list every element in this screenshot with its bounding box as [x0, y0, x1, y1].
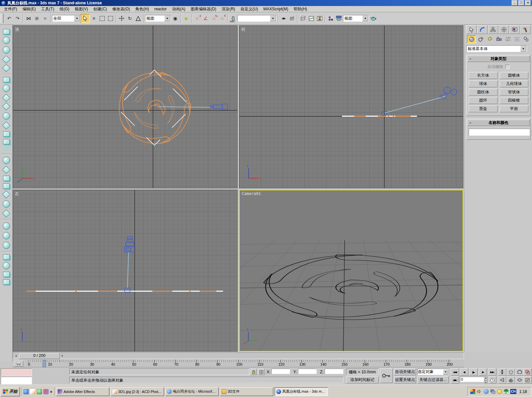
- viewport-left[interactable]: 左: [13, 190, 238, 352]
- rectangular-selection-region-button[interactable]: [98, 14, 106, 23]
- reference-coordinate-dropdown[interactable]: 视图 ▼: [145, 15, 171, 22]
- zoom-extents-all-button[interactable]: [523, 368, 532, 376]
- shelf-primitives-icon[interactable]: [3, 29, 10, 34]
- select-and-move-button[interactable]: [117, 14, 126, 23]
- minimize-button[interactable]: _: [512, 0, 518, 6]
- shelf-wheel-icon[interactable]: [3, 200, 10, 208]
- dropdown-arrow-icon[interactable]: ▼: [520, 46, 526, 52]
- key-mode-toggle-button[interactable]: |◀▶|: [451, 376, 459, 384]
- cone-button[interactable]: 圆锥体: [500, 72, 529, 79]
- quicklaunch-editor-icon[interactable]: [30, 389, 35, 394]
- pyramid-button[interactable]: 四棱锥: [500, 97, 529, 104]
- spline-edge-front[interactable]: [342, 116, 417, 117]
- tab-create[interactable]: [466, 25, 477, 34]
- shelf-dice-icon[interactable]: [3, 183, 10, 189]
- shelf-knife-icon[interactable]: [2, 94, 10, 102]
- phoenix-spline-top[interactable]: [93, 52, 210, 168]
- selection-lock-button[interactable]: [251, 369, 257, 375]
- shelf-camera-render-icon[interactable]: [3, 272, 10, 277]
- shelf-search-icon[interactable]: [3, 262, 10, 269]
- render-type-dropdown[interactable]: 视图 ▼: [343, 15, 369, 22]
- menu-animation[interactable]: 动画(A): [169, 6, 188, 13]
- object-type-rollout-header[interactable]: - 对象类型: [467, 56, 530, 62]
- track-bar[interactable]: 0102030405060708090100110120130140150160…: [13, 360, 464, 367]
- sphere-button[interactable]: 球体: [469, 80, 498, 87]
- camera-target-left[interactable]: [125, 288, 130, 292]
- quick-render-button[interactable]: [369, 14, 377, 23]
- select-by-name-button[interactable]: ≡: [90, 14, 98, 23]
- dropdown-arrow-icon[interactable]: ▼: [74, 15, 80, 21]
- shelf-stairs-icon[interactable]: [3, 139, 10, 144]
- spinner-snap-button[interactable]: ∩⇅: [218, 14, 226, 23]
- close-button[interactable]: ×: [525, 0, 531, 6]
- shelf-door-icon[interactable]: [3, 176, 10, 181]
- phoenix-spline-camera[interactable]: [240, 241, 463, 339]
- shelf-car-icon[interactable]: [3, 131, 10, 137]
- camera-target-front[interactable]: [382, 112, 386, 115]
- time-back-arrow[interactable]: ‹: [14, 353, 19, 358]
- quicklaunch-media-icon[interactable]: [37, 389, 42, 394]
- menu-edit[interactable]: 编辑(E): [20, 6, 38, 13]
- tab-motion[interactable]: [499, 25, 509, 34]
- menu-reactor[interactable]: reactor: [152, 6, 169, 12]
- select-object-button[interactable]: [81, 14, 90, 23]
- select-and-link-button[interactable]: ⋈: [24, 14, 33, 23]
- toolbar-grip[interactable]: [1, 14, 4, 23]
- viewport-top[interactable]: 顶: [13, 25, 238, 188]
- camera-object-top[interactable]: [210, 104, 228, 110]
- zoom-extents-button[interactable]: [507, 368, 515, 376]
- name-color-rollout-header[interactable]: - 名称和颜色: [467, 120, 530, 126]
- category-cameras[interactable]: [495, 35, 503, 43]
- teapot-button[interactable]: 茶壶: [469, 105, 498, 112]
- viewport-top-label[interactable]: 顶: [15, 27, 19, 32]
- dropdown-arrow-icon[interactable]: ▼: [362, 15, 368, 21]
- next-frame-button[interactable]: |▶: [479, 368, 487, 376]
- pan-button[interactable]: [507, 376, 515, 384]
- shelf-star-icon[interactable]: [2, 64, 10, 72]
- menu-help[interactable]: 帮助(H): [291, 6, 310, 13]
- tray-network-icon[interactable]: [484, 389, 489, 394]
- task-3dsmax[interactable]: 凤凰台标线.max - 3ds m...: [275, 387, 328, 396]
- select-and-rotate-button[interactable]: ↻: [126, 14, 134, 23]
- category-systems[interactable]: [522, 35, 530, 43]
- time-configuration-button[interactable]: [489, 376, 496, 384]
- dropdown-arrow-icon[interactable]: ▼: [270, 15, 276, 21]
- bind-to-space-warp-button[interactable]: ≈: [41, 14, 49, 23]
- shelf-knot-icon[interactable]: [3, 157, 10, 164]
- shelf-parameters-icon[interactable]: [3, 254, 10, 260]
- play-button[interactable]: ▶: [469, 368, 478, 376]
- quicklaunch-overflow-chevron[interactable]: »: [50, 389, 52, 394]
- autogrid-checkbox[interactable]: [505, 65, 510, 69]
- tab-utilities[interactable]: [520, 25, 531, 34]
- angle-snap-button[interactable]: ∠: [201, 14, 210, 23]
- go-to-end-button[interactable]: ▶▶|: [488, 368, 496, 376]
- language-indicator[interactable]: CH: [510, 389, 516, 394]
- box-button[interactable]: 长方体: [469, 72, 498, 79]
- edit-named-selections-button[interactable]: {}ABC: [229, 14, 237, 23]
- x-coordinate-input[interactable]: [271, 369, 290, 374]
- tray-colorful-icon[interactable]: [470, 389, 475, 394]
- region-zoom-button[interactable]: [498, 376, 506, 384]
- shelf-gear-icon[interactable]: [3, 112, 10, 120]
- shelf-meshsmooth-icon[interactable]: [3, 232, 10, 239]
- undo-button[interactable]: ↶: [5, 14, 13, 23]
- shelf-waves-icon[interactable]: [3, 147, 10, 151]
- tab-display[interactable]: [509, 25, 520, 34]
- shelf-ball-icon[interactable]: [3, 46, 10, 54]
- frame-ruler[interactable]: 0102030405060708090100110120130140150160…: [28, 360, 451, 367]
- selection-filter-dropdown[interactable]: 全部 ▼: [52, 15, 81, 22]
- dropdown-arrow-icon[interactable]: ▼: [164, 15, 170, 21]
- time-forward-arrow[interactable]: ›: [60, 353, 65, 358]
- time-slider[interactable]: ‹ 0 / 200 ›: [13, 352, 464, 359]
- shelf-compound-icon[interactable]: [3, 77, 10, 82]
- tray-umbrella-icon[interactable]: [504, 389, 509, 394]
- menu-create[interactable]: 创建(C): [91, 6, 110, 13]
- shelf-video-post-icon[interactable]: [3, 279, 10, 285]
- menu-modifiers[interactable]: 修改器(O): [110, 6, 133, 13]
- camera-object-left[interactable]: [124, 237, 135, 252]
- menu-customize[interactable]: 自定义(U): [238, 6, 261, 13]
- shelf-swirl-icon[interactable]: [3, 242, 10, 249]
- primitive-category-dropdown[interactable]: 标准基本体 ▼: [466, 45, 527, 52]
- window-crossing-button[interactable]: [106, 14, 115, 23]
- shelf-biped-icon[interactable]: [2, 166, 10, 174]
